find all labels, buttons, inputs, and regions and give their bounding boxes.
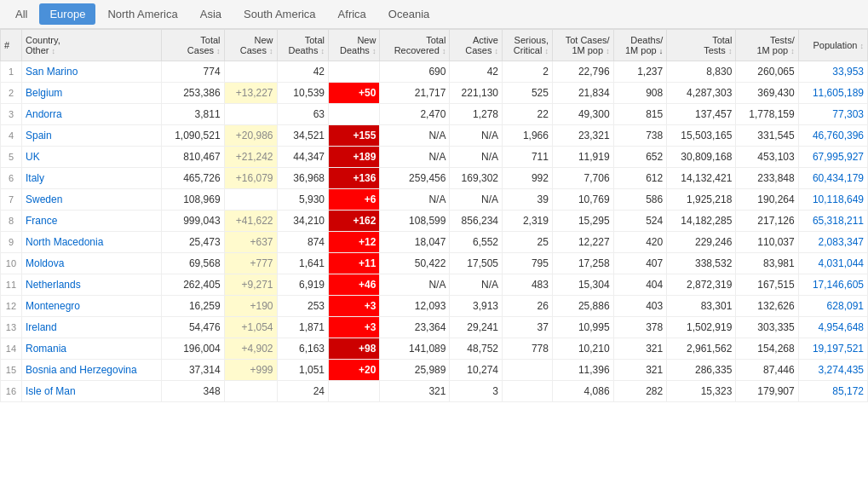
active-cases: 221,130	[450, 83, 503, 104]
total-recovered: 12,093	[380, 296, 450, 317]
serious-critical: 22	[503, 104, 553, 125]
row-num: 13	[1, 317, 22, 338]
total-tests: 14,132,421	[667, 168, 736, 189]
total-deaths: 10,539	[277, 83, 328, 104]
population: 3,274,435	[798, 360, 867, 381]
table-row: 12Montenegro16,259+190253+312,0933,91326…	[1, 296, 868, 317]
total-tests: 4,287,303	[667, 83, 736, 104]
tab-oceania[interactable]: Oceania	[378, 3, 440, 25]
col-total-recovered[interactable]: TotalRecovered ↕	[380, 30, 450, 61]
new-cases: +20,986	[224, 125, 277, 147]
col-country[interactable]: Country,Other ↕	[21, 30, 161, 61]
country-name[interactable]: UK	[21, 147, 161, 168]
new-deaths: +46	[328, 274, 379, 296]
covid-table: # Country,Other ↕ TotalCases ↕ NewCases …	[0, 29, 868, 402]
country-name[interactable]: Netherlands	[21, 274, 161, 296]
country-name[interactable]: North Macedonia	[21, 232, 161, 253]
col-new-deaths[interactable]: NewDeaths ↕	[328, 30, 379, 61]
table-row: 7Sweden108,9695,930+6N/AN/A3910,7695861,…	[1, 189, 868, 211]
total-deaths: 6,163	[277, 338, 328, 360]
total-recovered: N/A	[380, 125, 450, 147]
active-cases: 856,234	[450, 211, 503, 232]
total-recovered: 23,364	[380, 317, 450, 338]
country-name[interactable]: Isle of Man	[21, 381, 161, 402]
country-name[interactable]: Andorra	[21, 104, 161, 125]
tab-europe[interactable]: Europe	[39, 3, 95, 25]
country-name[interactable]: Italy	[21, 168, 161, 189]
active-cases: 1,278	[450, 104, 503, 125]
deaths-pop: 321	[613, 338, 667, 360]
new-cases: +13,227	[224, 83, 277, 104]
total-cases: 253,386	[162, 83, 224, 104]
col-total-cases[interactable]: TotalCases ↕	[162, 30, 224, 61]
total-cases: 810,467	[162, 147, 224, 168]
total-tests: 2,961,562	[667, 338, 736, 360]
table-row: 8France999,043+41,62234,210+162108,59985…	[1, 211, 868, 232]
total-tests: 229,246	[667, 232, 736, 253]
col-deaths-pop[interactable]: Deaths/1M pop ↓	[613, 30, 667, 61]
country-name[interactable]: Belgium	[21, 83, 161, 104]
population: 4,031,044	[798, 253, 867, 274]
active-cases: 29,241	[450, 317, 503, 338]
country-name[interactable]: Moldova	[21, 253, 161, 274]
country-name[interactable]: Sweden	[21, 189, 161, 211]
tot-cases-pop: 11,396	[552, 360, 613, 381]
tot-cases-pop: 15,304	[552, 274, 613, 296]
table-row: 1San Marino7744269042222,7961,2378,83026…	[1, 61, 868, 83]
tot-cases-pop: 17,258	[552, 253, 613, 274]
tests-pop: 453,103	[736, 147, 798, 168]
total-tests: 30,809,168	[667, 147, 736, 168]
col-population[interactable]: Population ↕	[798, 30, 867, 61]
serious-critical: 483	[503, 274, 553, 296]
row-num: 11	[1, 274, 22, 296]
country-name[interactable]: Romania	[21, 338, 161, 360]
col-active-cases[interactable]: ActiveCases ↕	[450, 30, 503, 61]
tab-south-america[interactable]: South America	[233, 3, 326, 25]
country-name[interactable]: Bosnia and Herzegovina	[21, 360, 161, 381]
row-num: 6	[1, 168, 22, 189]
country-name[interactable]: San Marino	[21, 61, 161, 83]
col-tests-pop[interactable]: Tests/1M pop ↕	[736, 30, 798, 61]
population: 2,083,347	[798, 232, 867, 253]
new-deaths	[328, 61, 379, 83]
tests-pop: 190,264	[736, 189, 798, 211]
row-num: 16	[1, 381, 22, 402]
tab-all[interactable]: All	[5, 3, 37, 25]
tot-cases-pop: 10,210	[552, 338, 613, 360]
serious-critical: 37	[503, 317, 553, 338]
active-cases: 17,505	[450, 253, 503, 274]
tab-asia[interactable]: Asia	[190, 3, 232, 25]
col-new-cases[interactable]: NewCases ↕	[224, 30, 277, 61]
country-name[interactable]: Ireland	[21, 317, 161, 338]
total-recovered: N/A	[380, 274, 450, 296]
total-cases: 196,004	[162, 338, 224, 360]
new-cases: +9,271	[224, 274, 277, 296]
tab-north-america[interactable]: North America	[97, 3, 187, 25]
new-cases	[224, 61, 277, 83]
total-cases: 16,259	[162, 296, 224, 317]
country-name[interactable]: France	[21, 211, 161, 232]
col-total-deaths[interactable]: TotalDeaths ↕	[277, 30, 328, 61]
deaths-pop: 420	[613, 232, 667, 253]
population: 17,146,605	[798, 274, 867, 296]
new-cases: +999	[224, 360, 277, 381]
col-tot-cases-pop[interactable]: Tot Cases/1M pop ↕	[552, 30, 613, 61]
deaths-pop: 403	[613, 296, 667, 317]
total-recovered: N/A	[380, 147, 450, 168]
new-deaths: +155	[328, 125, 379, 147]
new-cases	[224, 104, 277, 125]
active-cases: 169,302	[450, 168, 503, 189]
total-recovered: 321	[380, 381, 450, 402]
row-num: 2	[1, 83, 22, 104]
col-serious[interactable]: Serious,Critical ↕	[503, 30, 553, 61]
tot-cases-pop: 49,300	[552, 104, 613, 125]
col-total-tests[interactable]: TotalTests ↕	[667, 30, 736, 61]
new-cases: +1,054	[224, 317, 277, 338]
country-name[interactable]: Spain	[21, 125, 161, 147]
country-name[interactable]: Montenegro	[21, 296, 161, 317]
total-cases: 1,090,521	[162, 125, 224, 147]
tests-pop: 303,335	[736, 317, 798, 338]
deaths-pop: 407	[613, 253, 667, 274]
col-num[interactable]: #	[1, 30, 22, 61]
tab-africa[interactable]: Africa	[328, 3, 377, 25]
